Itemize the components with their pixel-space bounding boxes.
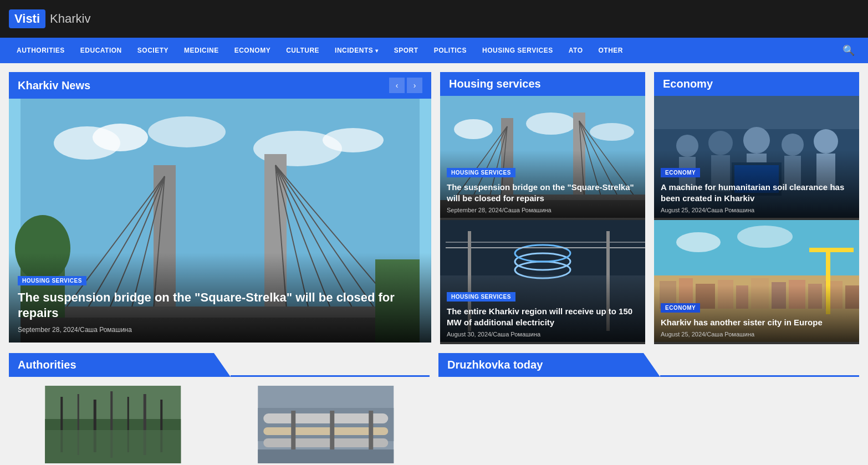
- svg-point-82: [737, 226, 793, 248]
- nav-items: AUTHORITIES EDUCATION SOCIETY MEDICINE E…: [9, 38, 838, 63]
- economy-cards: ECONOMY A machine for humanitarian soil …: [654, 96, 859, 344]
- nav-item-ato[interactable]: ATO: [561, 38, 591, 63]
- nav-item-culture[interactable]: CULTURE: [278, 38, 327, 63]
- authorities-title-bar: Authorities: [9, 353, 231, 377]
- druzhkovka-section: Druzhkovka today: [438, 353, 859, 465]
- housing-card-2-overlay: HOUSING SERVICES The entire Kharkiv regi…: [440, 274, 645, 344]
- authorities-image-2[interactable]: [222, 386, 430, 465]
- svg-rect-94: [258, 408, 394, 441]
- economy-card-1[interactable]: ECONOMY A machine for humanitarian soil …: [654, 96, 859, 220]
- svg-rect-98: [291, 411, 295, 449]
- economy-title: Economy: [663, 78, 850, 90]
- top-grid: Kharkiv News ‹ ›: [9, 72, 859, 344]
- economy-header: Economy: [654, 72, 859, 96]
- authorities-images: [9, 386, 430, 465]
- nav-item-medicine[interactable]: MEDICINE: [176, 38, 227, 63]
- logo-visti[interactable]: Visti: [9, 9, 45, 28]
- housing-card-1-title: The suspension bridge on the "Square-Str…: [447, 182, 639, 203]
- economy-card-1-overlay: ECONOMY A machine for humanitarian soil …: [654, 150, 859, 220]
- svg-rect-92: [45, 430, 181, 463]
- svg-point-2: [93, 124, 148, 151]
- featured-overlay: HOUSING SERVICES The suspension bridge o…: [9, 253, 431, 343]
- economy-card-2-overlay: ECONOMY Kharkiv has another sister city …: [654, 285, 859, 345]
- incidents-dropdown-icon: ▾: [375, 48, 379, 54]
- housing-services-title: Housing services: [449, 78, 636, 90]
- site-header: Visti Kharkiv: [0, 0, 868, 38]
- authorities-image-1[interactable]: [9, 386, 217, 465]
- economy-card-1-meta: August 25, 2024/Саша Ромашина: [661, 207, 852, 213]
- authorities-section: Authorities: [9, 353, 430, 465]
- nav-item-sport[interactable]: SPORT: [386, 38, 426, 63]
- svg-rect-99: [330, 411, 334, 449]
- kharkiv-news-header: Kharkiv News ‹ ›: [9, 72, 431, 99]
- svg-point-27: [590, 123, 634, 141]
- featured-tag: HOUSING SERVICES: [18, 276, 86, 285]
- svg-point-25: [454, 119, 493, 139]
- housing-card-1-overlay: HOUSING SERVICES The suspension bridge o…: [440, 150, 645, 220]
- svg-point-3: [148, 116, 226, 147]
- logo-kharkiv: Kharkiv: [50, 12, 90, 26]
- nav-item-politics[interactable]: POLITICS: [426, 38, 474, 63]
- economy-card-1-tag: ECONOMY: [661, 168, 700, 177]
- prev-arrow[interactable]: ‹: [389, 78, 405, 93]
- housing-card-2-meta: August 30, 2024/Саша Ромашина: [447, 331, 639, 338]
- nav-item-authorities[interactable]: AUTHORITIES: [9, 38, 73, 63]
- featured-meta: September 28, 2024/Саша Ромашина: [18, 326, 422, 334]
- economy-section: Economy: [654, 72, 859, 344]
- bottom-grid: Authorities: [9, 353, 859, 465]
- housing-card-2[interactable]: HOUSING SERVICES The entire Kharkiv regi…: [440, 220, 645, 344]
- housing-card-1-meta: September 28, 2024/Саша Ромашина: [447, 207, 639, 213]
- news-nav-arrows: ‹ ›: [389, 78, 422, 93]
- svg-rect-100: [369, 411, 373, 449]
- nav-item-other[interactable]: OTHER: [591, 38, 631, 63]
- authorities-title: Authorities: [18, 359, 76, 371]
- economy-card-2[interactable]: ECONOMY Kharkiv has another sister city …: [654, 220, 859, 344]
- kharkiv-news-title: Kharkiv News: [18, 79, 389, 92]
- housing-card-1[interactable]: HOUSING SERVICES The suspension bridge o…: [440, 96, 645, 220]
- housing-cards: HOUSING SERVICES The suspension bridge o…: [440, 96, 645, 344]
- next-arrow[interactable]: ›: [407, 78, 422, 93]
- logo[interactable]: Visti Kharkiv: [9, 9, 90, 28]
- housing-services-header: Housing services: [440, 72, 645, 96]
- druzhkovka-title: Druzhkovka today: [447, 359, 543, 371]
- search-icon[interactable]: 🔍: [838, 44, 859, 57]
- main-content: Kharkiv News ‹ ›: [0, 63, 868, 465]
- featured-news-card[interactable]: HOUSING SERVICES The suspension bridge o…: [9, 99, 431, 343]
- economy-card-1-title: A machine for humanitarian soil clearanc…: [661, 182, 852, 203]
- svg-point-26: [526, 113, 576, 135]
- svg-point-57: [743, 127, 770, 154]
- featured-title: The suspension bridge on the "Square-Str…: [18, 290, 422, 321]
- svg-rect-80: [809, 248, 854, 252]
- nav-item-education[interactable]: EDUCATION: [73, 38, 130, 63]
- svg-rect-101: [258, 449, 394, 463]
- kharkiv-news-section: Kharkiv News ‹ ›: [9, 72, 431, 344]
- nav-item-society[interactable]: SOCIETY: [130, 38, 176, 63]
- economy-card-2-meta: August 25, 2024/Саша Ромашина: [661, 331, 852, 338]
- housing-card-1-tag: HOUSING SERVICES: [447, 168, 515, 177]
- housing-card-2-title: The entire Kharkiv region will receive u…: [447, 306, 639, 328]
- economy-card-2-tag: ECONOMY: [661, 303, 700, 313]
- main-nav: AUTHORITIES EDUCATION SOCIETY MEDICINE E…: [0, 38, 868, 63]
- nav-item-housing[interactable]: HOUSING SERVICES: [474, 38, 561, 63]
- svg-point-5: [323, 128, 384, 152]
- housing-card-2-tag: HOUSING SERVICES: [447, 292, 515, 302]
- druzhkovka-title-bar: Druzhkovka today: [438, 353, 660, 377]
- economy-card-2-title: Kharkiv has another sister city in Europ…: [661, 317, 852, 328]
- svg-point-81: [676, 232, 721, 252]
- nav-item-economy[interactable]: ECONOMY: [227, 38, 279, 63]
- nav-item-incidents[interactable]: INCIDENTS ▾: [327, 38, 386, 63]
- housing-services-section: Housing services: [440, 72, 645, 344]
